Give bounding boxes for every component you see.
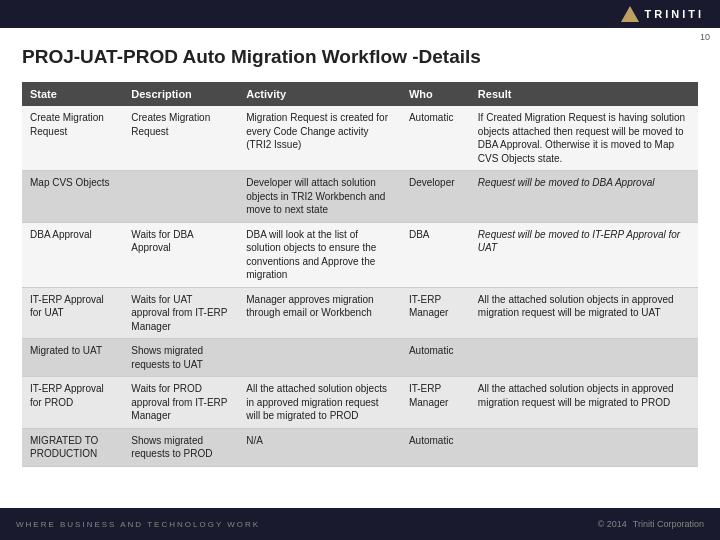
footer-right: © 2014 Triniti Corporation <box>598 519 704 529</box>
cell-description: Waits for UAT approval from IT-ERP Manag… <box>123 287 238 339</box>
cell-state: IT-ERP Approval for UAT <box>22 287 123 339</box>
cell-result: All the attached solution objects in app… <box>470 287 698 339</box>
cell-result: All the attached solution objects in app… <box>470 377 698 429</box>
cell-activity: Manager approves migration through email… <box>238 287 401 339</box>
table-row: Migrated to UATShows migrated requests t… <box>22 339 698 377</box>
table-row: Map CVS ObjectsDeveloper will attach sol… <box>22 171 698 223</box>
cell-state: Migrated to UAT <box>22 339 123 377</box>
cell-who: DBA <box>401 222 470 287</box>
cell-state: IT-ERP Approval for PROD <box>22 377 123 429</box>
logo-area: TRINITI <box>621 6 705 22</box>
cell-description: Waits for PROD approval from IT-ERP Mana… <box>123 377 238 429</box>
cell-activity: DBA will look at the list of solution ob… <box>238 222 401 287</box>
cell-activity <box>238 339 401 377</box>
cell-state: Map CVS Objects <box>22 171 123 223</box>
col-header-state: State <box>22 82 123 106</box>
logo-text: TRINITI <box>645 8 705 20</box>
cell-who: IT-ERP Manager <box>401 377 470 429</box>
cell-state: DBA Approval <box>22 222 123 287</box>
cell-description: Shows migrated requests to UAT <box>123 339 238 377</box>
page-number: 10 <box>700 32 710 42</box>
cell-description: Waits for DBA Approval <box>123 222 238 287</box>
cell-result <box>470 339 698 377</box>
cell-result: Request will be moved to IT-ERP Approval… <box>470 222 698 287</box>
cell-result <box>470 428 698 466</box>
cell-activity: N/A <box>238 428 401 466</box>
footer-tagline: WHERE BUSINESS AND TECHNOLOGY WORK <box>16 520 260 529</box>
cell-activity: Migration Request is created for every C… <box>238 106 401 171</box>
footer-copyright: © 2014 <box>598 519 627 529</box>
table-row: MIGRATED TO PRODUCTIONShows migrated req… <box>22 428 698 466</box>
cell-activity: Developer will attach solution objects i… <box>238 171 401 223</box>
table-header-row: State Description Activity Who Result <box>22 82 698 106</box>
cell-description: Shows migrated requests to PROD <box>123 428 238 466</box>
cell-who: Automatic <box>401 428 470 466</box>
cell-who: Automatic <box>401 339 470 377</box>
cell-description <box>123 171 238 223</box>
col-header-who: Who <box>401 82 470 106</box>
footer-company: Triniti Corporation <box>633 519 704 529</box>
table-row: DBA ApprovalWaits for DBA ApprovalDBA wi… <box>22 222 698 287</box>
col-header-activity: Activity <box>238 82 401 106</box>
cell-activity: All the attached solution objects in app… <box>238 377 401 429</box>
workflow-table: State Description Activity Who Result Cr… <box>22 82 698 467</box>
cell-state: MIGRATED TO PRODUCTION <box>22 428 123 466</box>
cell-result: Request will be moved to DBA Approval <box>470 171 698 223</box>
cell-who: IT-ERP Manager <box>401 287 470 339</box>
table-row: IT-ERP Approval for PRODWaits for PROD a… <box>22 377 698 429</box>
cell-description: Creates Migration Request <box>123 106 238 171</box>
main-content: PROJ-UAT-PROD Auto Migration Workflow -D… <box>0 28 720 477</box>
logo-triangle-icon <box>621 6 639 22</box>
col-header-result: Result <box>470 82 698 106</box>
col-header-description: Description <box>123 82 238 106</box>
table-row: Create Migration RequestCreates Migratio… <box>22 106 698 171</box>
cell-result: If Created Migration Request is having s… <box>470 106 698 171</box>
cell-who: Developer <box>401 171 470 223</box>
table-row: IT-ERP Approval for UATWaits for UAT app… <box>22 287 698 339</box>
top-bar: TRINITI <box>0 0 720 28</box>
cell-who: Automatic <box>401 106 470 171</box>
footer: WHERE BUSINESS AND TECHNOLOGY WORK © 201… <box>0 508 720 540</box>
cell-state: Create Migration Request <box>22 106 123 171</box>
page-title: PROJ-UAT-PROD Auto Migration Workflow -D… <box>22 46 698 68</box>
